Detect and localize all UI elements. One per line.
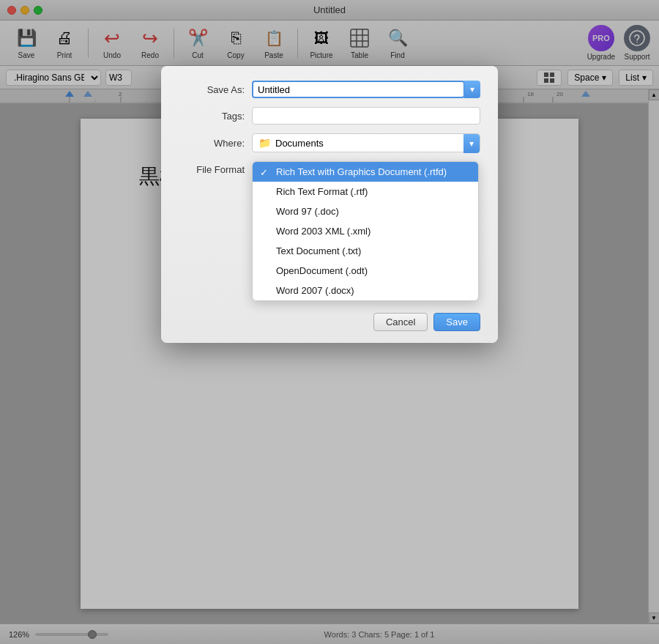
format-option-doc-label: Word 97 (.doc) — [276, 206, 339, 217]
tags-label: Tags: — [179, 111, 245, 122]
where-row: Where: 📁 Documents ▾ — [179, 133, 480, 152]
save-button[interactable]: Save — [433, 313, 480, 331]
dialog-buttons: Cancel Save — [179, 313, 480, 331]
where-chevron-icon: ▾ — [463, 134, 480, 153]
folder-icon: 📁 — [258, 137, 271, 149]
format-dropdown: ✓ Rich Text with Graphics Document (.rtf… — [252, 161, 479, 301]
save-as-input[interactable] — [252, 81, 465, 98]
save-as-chevron-button[interactable]: ▾ — [464, 81, 480, 98]
format-option-txt[interactable]: Text Document (.txt) — [253, 241, 478, 261]
save-dialog: Save As: ▾ Tags: Where: 📁 Documents ▾ Fi… — [161, 66, 498, 343]
where-label: Where: — [179, 138, 245, 149]
where-value: Documents — [275, 138, 324, 149]
format-option-rtf-label: Rich Text Format (.rtf) — [276, 186, 368, 197]
format-option-docx[interactable]: Word 2007 (.docx) — [253, 281, 478, 300]
format-option-rtf[interactable]: Rich Text Format (.rtf) — [253, 182, 478, 201]
format-option-rtfd-label: Rich Text with Graphics Document (.rtfd) — [276, 166, 447, 177]
format-option-xml-label: Word 2003 XML (.xml) — [276, 226, 371, 237]
format-option-odt[interactable]: OpenDocument (.odt) — [253, 261, 478, 281]
file-format-label: File Format — [179, 161, 245, 175]
format-option-doc[interactable]: Word 97 (.doc) — [253, 201, 478, 221]
format-option-txt-label: Text Document (.txt) — [276, 245, 361, 256]
format-option-docx-label: Word 2007 (.docx) — [276, 285, 354, 296]
dialog-overlay: Save As: ▾ Tags: Where: 📁 Documents ▾ Fi… — [0, 0, 659, 644]
format-option-odt-label: OpenDocument (.odt) — [276, 265, 368, 276]
save-as-row: Save As: ▾ — [179, 81, 480, 98]
check-icon: ✓ — [260, 166, 268, 177]
tags-input[interactable] — [252, 107, 480, 125]
save-as-label: Save As: — [179, 84, 245, 95]
tags-row: Tags: — [179, 107, 480, 125]
file-format-row: File Format ✓ Rich Text with Graphics Do… — [179, 161, 480, 301]
where-select[interactable]: 📁 Documents ▾ — [252, 133, 480, 152]
cancel-button[interactable]: Cancel — [373, 313, 428, 331]
format-option-xml[interactable]: Word 2003 XML (.xml) — [253, 221, 478, 241]
format-option-rtfd[interactable]: ✓ Rich Text with Graphics Document (.rtf… — [253, 162, 478, 182]
